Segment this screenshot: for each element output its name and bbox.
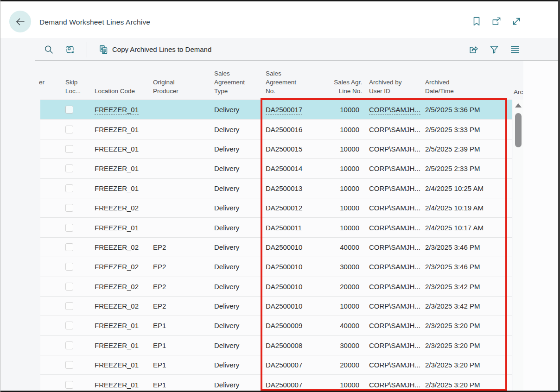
- location-code-cell[interactable]: FREEZER_01: [95, 164, 139, 173]
- skip-location-checkbox[interactable]: [65, 164, 73, 172]
- skip-location-checkbox[interactable]: [65, 184, 73, 192]
- skip-location-checkbox[interactable]: [65, 243, 73, 251]
- sales-agreement-no-cell[interactable]: DA2500009: [266, 321, 302, 330]
- location-code-cell[interactable]: FREEZER_01: [95, 223, 139, 232]
- open-in-new-window-icon[interactable]: [492, 17, 501, 26]
- analyze-icon[interactable]: [65, 45, 75, 54]
- column-header-sales-agr-line-no[interactable]: Sales Agr. Line No.: [329, 61, 365, 100]
- sales-agreement-no-cell[interactable]: DA2500007: [266, 380, 302, 389]
- sales-agreement-no-cell[interactable]: DA2500007: [266, 360, 302, 369]
- sales-agreement-no-cell[interactable]: DA2500010: [266, 262, 302, 271]
- sales-agreement-no-cell[interactable]: DA2500010: [266, 243, 302, 252]
- skip-location-checkbox[interactable]: [65, 322, 73, 329]
- column-header-archived-by-user-id[interactable]: Archived by User ID: [365, 61, 425, 100]
- table-row[interactable]: FREEZER_01 Delivery DA2500016 10000 CORP…: [40, 119, 512, 139]
- table-row[interactable]: FREEZER_01 EP1 Delivery DA2500007 20000 …: [40, 355, 512, 374]
- archived-by-user-id-cell[interactable]: CORP\SAMJH...: [369, 203, 420, 212]
- archived-by-user-id-cell[interactable]: CORP\SAMJH...: [369, 145, 420, 153]
- skip-location-checkbox[interactable]: [65, 341, 73, 349]
- skip-location-checkbox[interactable]: [65, 224, 73, 232]
- window-border-top: [0, 0, 560, 1]
- archived-by-user-id-cell[interactable]: CORP\SAMJH...: [369, 223, 420, 232]
- archived-by-user-id-cell[interactable]: CORP\SAMJH...: [369, 184, 420, 193]
- sales-agreement-no-cell[interactable]: DA2500008: [266, 341, 302, 350]
- archived-by-user-id-cell[interactable]: CORP\SAMJH...: [369, 302, 420, 310]
- table-row[interactable]: FREEZER_02 EP2 Delivery DA2500010 30000 …: [40, 257, 512, 276]
- back-button[interactable]: [9, 11, 31, 32]
- column-header-original-producer[interactable]: Original Producer: [153, 61, 214, 100]
- archived-by-user-id-cell[interactable]: CORP\SAMJH...: [369, 321, 420, 330]
- table-row[interactable]: FREEZER_01 Delivery DA2500014 10000 CORP…: [40, 158, 512, 178]
- menu-icon[interactable]: [510, 45, 520, 54]
- skip-location-checkbox[interactable]: [65, 126, 73, 133]
- scrollbar-thumb[interactable]: [515, 113, 522, 147]
- location-code-cell[interactable]: FREEZER_02: [95, 282, 139, 291]
- sales-agreement-no-cell[interactable]: DA2500011: [266, 223, 302, 232]
- archived-by-user-id-cell[interactable]: CORP\SAMJH...: [369, 105, 420, 114]
- archived-by-user-id-cell[interactable]: CORP\SAMJH...: [369, 282, 420, 291]
- table-row[interactable]: FREEZER_02 EP2 Delivery DA2500010 10000 …: [40, 296, 512, 316]
- filter-icon[interactable]: [490, 45, 499, 54]
- column-header-sales-agreement-type[interactable]: Sales Agreement Type: [214, 61, 266, 100]
- column-header-location-code[interactable]: Location Code: [95, 61, 153, 100]
- location-code-cell[interactable]: FREEZER_01: [95, 380, 139, 389]
- sales-agreement-no-cell[interactable]: DA2500015: [266, 145, 302, 153]
- archived-by-user-id-cell[interactable]: CORP\SAMJH...: [369, 164, 420, 173]
- skip-location-checkbox[interactable]: [65, 381, 73, 389]
- sales-agreement-no-cell[interactable]: DA2500010: [266, 302, 302, 310]
- location-code-cell[interactable]: FREEZER_01: [95, 341, 139, 350]
- location-code-cell[interactable]: FREEZER_02: [95, 262, 139, 271]
- skip-location-checkbox[interactable]: [65, 361, 73, 369]
- column-header-arc-cut: Arc: [514, 89, 523, 95]
- table-row[interactable]: FREEZER_01 Delivery DA2500015 10000 CORP…: [40, 139, 512, 158]
- location-code-cell[interactable]: FREEZER_01: [95, 321, 139, 330]
- search-icon[interactable]: [44, 45, 53, 54]
- sales-agreement-no-cell[interactable]: DA2500016: [266, 125, 302, 134]
- location-code-cell[interactable]: FREEZER_01: [95, 105, 139, 114]
- copy-archived-lines-button[interactable]: Copy Archived Lines to Demand: [99, 45, 211, 54]
- table-row[interactable]: FREEZER_01 EP1 Delivery DA2500009 40000 …: [40, 316, 512, 335]
- skip-location-checkbox[interactable]: [65, 302, 73, 310]
- location-code-cell[interactable]: FREEZER_01: [95, 360, 139, 369]
- share-icon[interactable]: [469, 45, 478, 54]
- column-header-sales-agreement-no[interactable]: Sales Agreement No.: [266, 61, 329, 100]
- skip-location-checkbox[interactable]: [65, 263, 73, 271]
- location-code-cell[interactable]: FREEZER_02: [95, 203, 139, 212]
- vertical-scrollbar[interactable]: [513, 100, 523, 391]
- archived-by-user-id-cell[interactable]: CORP\SAMJH...: [369, 341, 420, 350]
- skip-location-checkbox[interactable]: [65, 204, 73, 212]
- table-row[interactable]: FREEZER_01 EP1 Delivery DA2500008 30000 …: [40, 335, 512, 355]
- sales-agreement-no-cell[interactable]: DA2500013: [266, 184, 302, 193]
- archived-by-user-id-cell[interactable]: CORP\SAMJH...: [369, 125, 420, 134]
- table-row[interactable]: FREEZER_01 Delivery DA2500017 10000 CORP…: [40, 100, 512, 119]
- skip-location-checkbox[interactable]: [65, 283, 73, 291]
- location-code-cell[interactable]: FREEZER_01: [95, 184, 139, 193]
- archived-by-user-id-cell[interactable]: CORP\SAMJH...: [369, 380, 420, 389]
- location-code-cell[interactable]: FREEZER_01: [95, 145, 139, 153]
- archived-by-user-id-cell[interactable]: CORP\SAMJH...: [369, 262, 420, 271]
- table-row[interactable]: FREEZER_02 EP2 Delivery DA2500010 20000 …: [40, 277, 512, 296]
- location-code-cell[interactable]: FREEZER_02: [95, 302, 139, 310]
- table-row[interactable]: FREEZER_02 EP2 Delivery DA2500010 40000 …: [40, 237, 512, 257]
- bookmark-icon[interactable]: [472, 17, 481, 26]
- archived-datetime-cell: 2/3/2025 3:20 PM: [425, 355, 507, 374]
- archived-by-user-id-cell[interactable]: CORP\SAMJH...: [369, 243, 420, 252]
- archived-by-user-id-cell[interactable]: CORP\SAMJH...: [369, 360, 420, 369]
- scroll-up-arrow-icon[interactable]: [515, 103, 522, 107]
- expand-icon[interactable]: [512, 17, 521, 26]
- skip-location-checkbox[interactable]: [65, 145, 73, 153]
- location-code-cell[interactable]: FREEZER_02: [95, 243, 139, 252]
- sales-agreement-no-cell[interactable]: DA2500017: [266, 105, 302, 114]
- column-header-skip-location[interactable]: Skip Loc...: [64, 61, 95, 100]
- sales-agr-line-no-cell: 10000: [329, 297, 365, 316]
- sales-agreement-no-cell[interactable]: DA2500014: [266, 164, 302, 173]
- sales-agreement-no-cell[interactable]: DA2500012: [266, 203, 302, 212]
- location-code-cell[interactable]: FREEZER_01: [95, 125, 139, 134]
- table-row[interactable]: FREEZER_02 Delivery DA2500012 10000 CORP…: [40, 198, 512, 217]
- skip-location-checkbox[interactable]: [65, 106, 73, 114]
- column-header-archived-datetime[interactable]: Archived Date/Time: [425, 61, 507, 100]
- table-row[interactable]: FREEZER_01 Delivery DA2500013 10000 CORP…: [40, 178, 512, 198]
- table-row[interactable]: FREEZER_01 Delivery DA2500011 10000 CORP…: [40, 217, 512, 237]
- sales-agreement-no-cell[interactable]: DA2500010: [266, 282, 302, 291]
- table-row[interactable]: FREEZER_01 EP1 Delivery DA2500007 10000 …: [40, 374, 512, 391]
